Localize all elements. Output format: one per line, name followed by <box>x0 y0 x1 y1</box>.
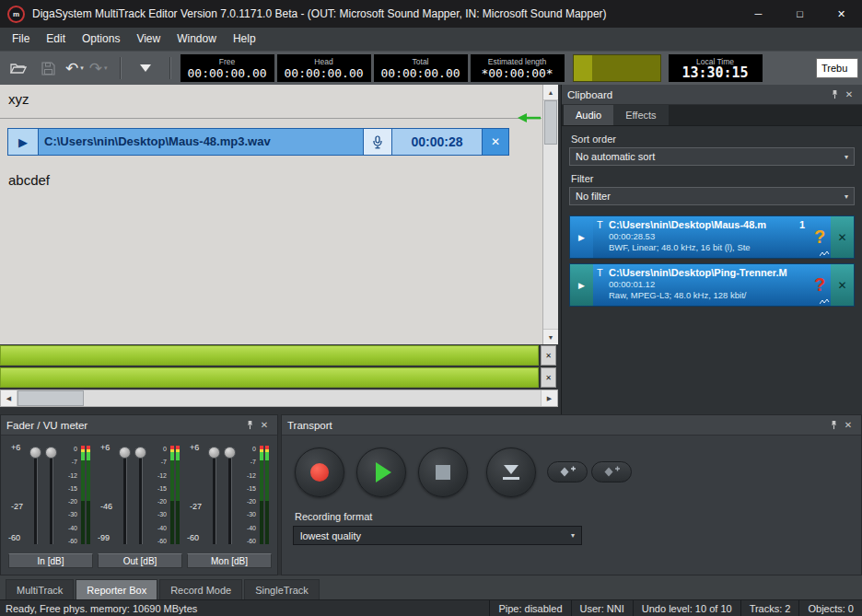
open-button[interactable] <box>6 55 31 81</box>
sort-order-select[interactable]: No automatic sort ▾ <box>569 147 855 166</box>
scale-tick: -20 <box>150 498 167 505</box>
fader-slider[interactable] <box>134 447 147 544</box>
add-marker-button[interactable] <box>547 461 588 482</box>
menu-view[interactable]: View <box>128 28 169 51</box>
drop-to-track-button[interactable] <box>486 447 536 497</box>
track-lane-2[interactable]: ✕ <box>0 367 558 388</box>
entry-play-button[interactable]: ▶ <box>570 264 593 306</box>
tab-singletrack[interactable]: SingleTrack <box>244 579 320 599</box>
entry-play-button[interactable]: ▶ <box>570 216 593 258</box>
record-button[interactable] <box>295 447 344 497</box>
scale-tick: -7 <box>61 459 77 465</box>
fader-knob[interactable] <box>45 447 57 459</box>
undo-button[interactable]: ↶ ▾ <box>65 61 84 76</box>
panel-close-button[interactable]: ✕ <box>257 418 272 433</box>
fader-knob[interactable] <box>208 447 220 459</box>
pin-button[interactable] <box>242 418 257 433</box>
scale-tick: -30 <box>239 511 256 517</box>
font-combobox[interactable]: Trebu <box>816 58 858 78</box>
panel-close-button[interactable]: ✕ <box>842 87 856 102</box>
filter-label: Filter <box>571 173 853 184</box>
fader-slider[interactable] <box>45 447 58 544</box>
timer-value: 00:00:00.00 <box>284 66 363 80</box>
fader-knob[interactable] <box>29 447 41 459</box>
fader-knob[interactable] <box>119 447 131 459</box>
timer-value: *00:00:00* <box>481 66 553 80</box>
pin-button[interactable] <box>827 87 842 102</box>
entry-type: T <box>597 219 609 230</box>
scale-tick: -7 <box>150 459 167 465</box>
tab-effects[interactable]: Effects <box>613 105 668 125</box>
microphone-button[interactable] <box>363 129 392 155</box>
track-lane-fill[interactable] <box>0 367 539 388</box>
entry-close-button[interactable]: ✕ <box>831 216 854 258</box>
horizontal-scrollbar[interactable]: ◀ ▶ <box>0 389 558 407</box>
fader-slider[interactable] <box>119 447 132 544</box>
vertical-scrollbar-thumb[interactable] <box>544 100 557 145</box>
add-marker-button-2[interactable] <box>591 461 632 482</box>
filter-value: No filter <box>576 191 611 202</box>
lane-close-button[interactable]: ✕ <box>541 345 556 366</box>
lane-close-button[interactable]: ✕ <box>541 367 556 388</box>
tab-multitrack[interactable]: MultiTrack <box>6 579 74 599</box>
maximize-button[interactable]: □ <box>779 0 821 28</box>
down-triangle-icon <box>140 64 151 72</box>
recording-format-value: lowest quality <box>300 530 361 541</box>
pin-button[interactable] <box>826 418 841 433</box>
menu-file[interactable]: File <box>4 28 38 51</box>
entry-body[interactable]: T C:\Users\nin\Desktop\Maus-48.m 1 00:00… <box>593 216 809 258</box>
menu-options[interactable]: Options <box>74 28 128 51</box>
clip-play-button[interactable]: ▶ <box>8 129 39 155</box>
fader-group-mon: +6 -27 -60 0 -7 -12 -15 -20 -30 -40 -60 … <box>187 441 272 570</box>
down-arrow-icon: ▼ <box>548 334 554 341</box>
entry-path: C:\Users\nin\Desktop\Ping-Trenner.M <box>609 267 801 278</box>
entry-body[interactable]: T C:\Users\nin\Desktop\Ping-Trenner.M 00… <box>593 264 809 306</box>
scroll-down-button[interactable]: ▼ <box>543 329 558 344</box>
panel-close-button[interactable]: ✕ <box>841 418 856 433</box>
play-button[interactable] <box>356 447 406 497</box>
scroll-right-button[interactable]: ▶ <box>541 390 557 406</box>
close-button[interactable]: ✕ <box>821 0 862 28</box>
clipboard-entry[interactable]: ▶ T C:\Users\nin\Desktop\Ping-Trenner.M … <box>569 263 855 307</box>
clip-file-path[interactable]: C:\Users\nin\Desktop\Maus-48.mp3.wav <box>39 129 363 155</box>
fader-knob[interactable] <box>134 447 146 459</box>
scale-tick: -7 <box>239 459 256 465</box>
save-button[interactable] <box>35 55 61 81</box>
tab-audio[interactable]: Audio <box>564 105 613 125</box>
drop-marker-button[interactable] <box>133 55 158 81</box>
clipboard-entry[interactable]: ▶ T C:\Users\nin\Desktop\Maus-48.m 1 00:… <box>569 215 855 259</box>
scroll-left-button[interactable]: ◀ <box>1 390 17 406</box>
menu-edit[interactable]: Edit <box>38 28 74 51</box>
fader-slider[interactable] <box>224 447 237 544</box>
horizontal-scrollbar-track[interactable] <box>84 390 541 406</box>
track-lane-fill[interactable] <box>0 345 539 366</box>
left-arrow-icon: ◀ <box>6 395 11 402</box>
fader-panel-body: +6 -27 -60 0 -7 -12 -15 -20 -30 -40 -60 … <box>1 436 277 575</box>
timer-total: Total 00:00:00.00 <box>374 54 468 82</box>
vertical-scrollbar[interactable]: ▲ ▼ <box>542 85 558 344</box>
recording-format-select[interactable]: lowest quality ▾ <box>293 526 582 545</box>
fader-slider[interactable] <box>29 447 42 544</box>
redo-button[interactable]: ↷ ▾ <box>89 61 108 76</box>
minimize-button[interactable]: ─ <box>738 0 779 28</box>
app-window: m DigaSystem MultiTrack Editor Version 7… <box>0 0 862 616</box>
track-lane-1[interactable]: ✕ <box>0 345 558 366</box>
scroll-up-button[interactable]: ▲ <box>543 85 558 100</box>
horizontal-scrollbar-thumb[interactable] <box>17 390 84 406</box>
title-bar: m DigaSystem MultiTrack Editor Version 7… <box>0 0 862 28</box>
entry-close-button[interactable]: ✕ <box>831 264 854 306</box>
audio-clip[interactable]: ▶ C:\Users\nin\Desktop\Maus-48.mp3.wav 0… <box>7 128 509 156</box>
entry-type: T <box>597 267 609 278</box>
menu-help[interactable]: Help <box>225 28 264 51</box>
fader-slider[interactable] <box>208 447 221 544</box>
clip-close-button[interactable]: ✕ <box>482 129 508 155</box>
tab-reporter-box[interactable]: Reporter Box <box>76 579 157 599</box>
fader-value-label: -27 <box>190 502 202 511</box>
menu-window[interactable]: Window <box>169 28 225 51</box>
stop-button[interactable] <box>418 447 468 497</box>
tab-record-mode[interactable]: Record Mode <box>159 579 242 599</box>
track-editor[interactable]: xyz ▶ C:\Users\nin\Desktop\Maus-48.mp3.w… <box>0 85 558 344</box>
fader-knob[interactable] <box>224 447 236 459</box>
filter-select[interactable]: No filter ▾ <box>569 187 855 205</box>
timer-value: 00:00:00.00 <box>187 66 266 80</box>
